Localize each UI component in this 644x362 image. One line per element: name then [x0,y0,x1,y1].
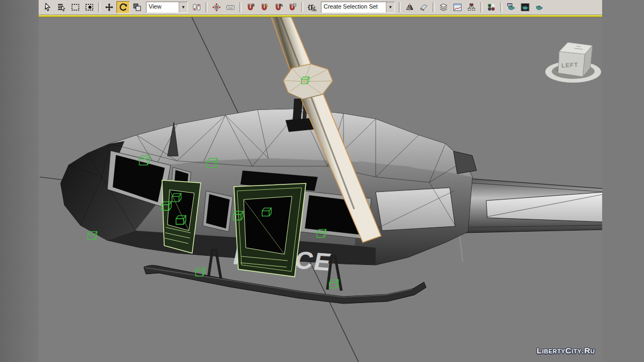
rectangular-selection-region-icon [71,3,80,12]
curve-editor-icon [453,3,462,12]
material-editor-button[interactable] [485,1,498,13]
quick-render-icon [535,3,544,12]
keyboard-shortcut-override-button[interactable] [224,1,237,13]
edit-named-selection-sets-icon: {}ABC [308,3,317,12]
toolbar-separator [98,2,100,12]
mirror-icon [405,3,414,12]
select-object-button[interactable] [41,1,54,13]
schematic-view-button[interactable] [465,1,478,13]
chevron-down-icon[interactable]: ▼ [179,2,187,12]
use-pivot-point-center-button[interactable] [190,1,203,13]
viewcube-face-label: LEFT [561,61,579,69]
toolbar-separator [500,2,502,12]
select-and-manipulate-button[interactable] [210,1,223,13]
toolbar-separator [301,2,303,12]
selected-door-sliding[interactable] [234,183,306,277]
rectangular-selection-region-button[interactable] [69,1,82,13]
select-and-manipulate-icon [212,3,221,12]
edit-named-selection-sets-button[interactable]: {}ABC [305,1,319,13]
select-object-icon [43,3,52,12]
material-editor-icon [487,3,496,12]
render-setup-icon [507,3,516,12]
screenshot-root: POLICE [0,0,644,362]
mirror-button[interactable] [403,1,416,13]
render-setup-button[interactable] [504,1,518,13]
quick-render-button[interactable] [532,1,546,13]
select-by-name-icon [57,3,66,12]
align-button[interactable] [417,1,430,13]
schematic-view-icon [467,3,476,12]
rendered-frame-window-icon [521,3,530,12]
select-and-move-button[interactable] [103,1,116,13]
align-icon [419,3,428,12]
select-and-rotate-icon [119,3,128,12]
active-viewport-border [39,15,602,17]
svg-text:%: % [279,3,283,8]
layer-manager-icon [439,3,448,12]
window-crossing-toggle-button[interactable] [83,1,96,13]
spinner-snap-toggle-button[interactable] [286,1,299,13]
percent-snap-toggle-button[interactable]: % [272,1,285,13]
curve-editor-button[interactable] [451,1,464,13]
chevron-down-icon[interactable]: ▼ [386,2,394,12]
rear-light-panel [376,188,455,231]
window-crossing-toggle-icon [85,3,94,12]
named-selection-sets-value: Create Selection Set [321,2,386,12]
percent-snap-toggle-icon: % [274,3,283,12]
select-and-move-icon [105,3,114,12]
svg-text:3: 3 [252,3,254,7]
main-toolbar: View▼3%{}ABCCreate Selection Set▼ [39,0,602,15]
angle-snap-toggle-icon [260,3,269,12]
toolbar-separator [239,2,241,12]
mid-window-glass [206,194,230,228]
angle-snap-toggle-button[interactable] [258,1,271,13]
svg-text:ABC: ABC [312,9,317,12]
watermark: LibertyCity.Ru [537,346,595,356]
toolbar-separator [480,2,482,12]
rendered-frame-window-button[interactable] [518,1,532,13]
select-by-name-button[interactable] [55,1,68,13]
reference-coordinate-system-value: View [147,2,179,12]
use-pivot-point-center-icon [192,3,201,12]
named-selection-sets-dropdown[interactable]: Create Selection Set▼ [321,2,395,13]
keyboard-shortcut-override-icon [226,3,235,12]
letterbox-right [602,0,644,362]
toolbar-separator [206,2,208,12]
toolbar-separator [399,2,401,12]
reference-coordinate-system-dropdown[interactable]: View▼ [146,2,188,13]
spinner-snap-toggle-icon [288,3,297,12]
select-and-scale-button[interactable] [130,1,144,13]
main-toolbar-area: View▼3%{}ABCCreate Selection Set▼ [39,0,602,17]
select-and-rotate-button[interactable] [116,1,130,13]
viewport-canvas[interactable]: POLICE [0,0,644,362]
snaps-toggle-3d-icon: 3 [246,3,255,12]
layer-manager-button[interactable] [437,1,450,13]
toolbar-separator [433,2,435,12]
select-and-scale-icon [133,3,142,12]
letterbox-left [0,0,39,362]
snaps-toggle-3d-button[interactable]: 3 [244,1,257,13]
